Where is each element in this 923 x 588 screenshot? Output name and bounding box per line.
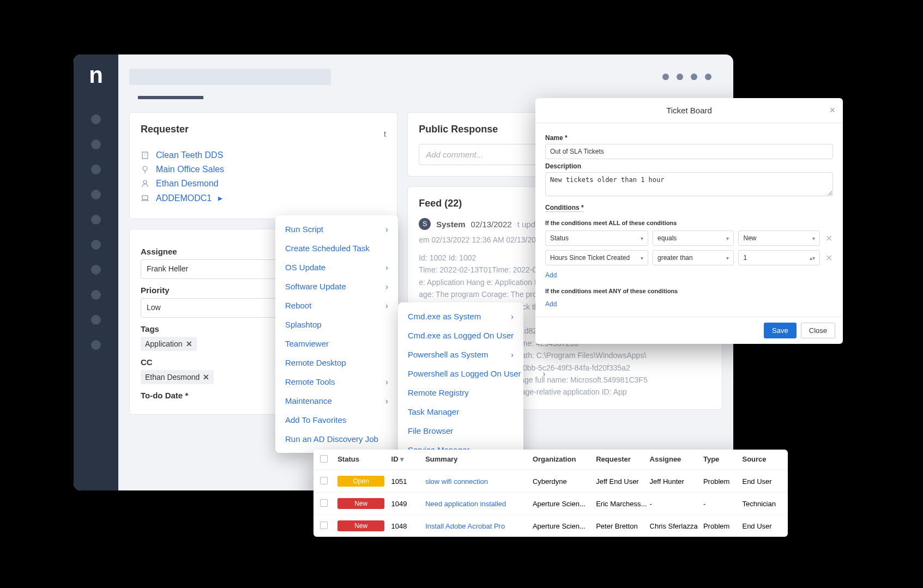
menu-item[interactable]: Teamviewer xyxy=(275,334,398,353)
col-id[interactable]: ID ▾ xyxy=(391,455,426,464)
ticket-table: Status ID ▾ Summary Organization Request… xyxy=(313,450,788,537)
menu-item-label: Remote Registry xyxy=(408,388,469,397)
condition-op-select[interactable]: equals▾ xyxy=(653,231,734,246)
svg-point-7 xyxy=(143,180,147,184)
requester-location[interactable]: Main Office Sales xyxy=(141,165,386,174)
table-row[interactable]: Open 1051 slow wifi connection Cyberdyne… xyxy=(313,470,788,493)
ticket-summary-link[interactable]: Install Adobe Acrobat Pro xyxy=(425,522,533,530)
menu-item-label: Powershell as Logged On User xyxy=(408,369,521,378)
remove-condition-icon[interactable]: ✕ xyxy=(824,253,833,263)
condition-op-select[interactable]: greater than▾ xyxy=(653,250,734,265)
search-placeholder[interactable] xyxy=(129,69,331,85)
submenu-item[interactable]: Cmd.exe as System› xyxy=(398,307,523,326)
col-summary[interactable]: Summary xyxy=(425,455,533,464)
table-row[interactable]: New 1049 Need application installed Aper… xyxy=(313,493,788,515)
col-status[interactable]: Status xyxy=(337,455,391,464)
nav-item[interactable] xyxy=(91,114,101,124)
ticket-requester: Peter Bretton xyxy=(596,522,649,530)
menu-item[interactable]: Maintenance› xyxy=(275,391,398,410)
remove-icon[interactable]: ✕ xyxy=(203,373,209,381)
nav-item[interactable] xyxy=(91,165,101,174)
menu-item[interactable]: Run an AD Discovery Job xyxy=(275,429,398,448)
device-context-menu: Run Script›Create Scheduled TaskOS Updat… xyxy=(275,215,398,453)
stepper-icon[interactable]: ▴▾ xyxy=(810,255,815,261)
tag-chip[interactable]: Application✕ xyxy=(141,337,197,351)
menu-item[interactable]: Splashtop xyxy=(275,315,398,334)
play-icon[interactable]: ▸ xyxy=(218,193,222,203)
menu-item[interactable]: Software Update› xyxy=(275,277,398,296)
remove-icon[interactable]: ✕ xyxy=(186,340,192,348)
building-icon xyxy=(141,151,149,160)
remove-condition-icon[interactable]: ✕ xyxy=(824,233,833,244)
col-source[interactable]: Source xyxy=(742,455,781,464)
menu-item-label: OS Update xyxy=(285,263,325,272)
menu-item[interactable]: Remote Tools› xyxy=(275,372,398,391)
topbar-action[interactable] xyxy=(662,74,669,80)
chevron-right-icon: › xyxy=(385,397,388,405)
nav-item[interactable] xyxy=(91,190,101,199)
description-input[interactable]: New tickets older than 1 hour xyxy=(545,172,833,196)
tag-text: Application xyxy=(145,340,183,348)
ticket-org: Cyberdyne xyxy=(533,477,596,486)
submenu-item[interactable]: Cmd.exe as Logged On User› xyxy=(398,326,523,345)
ticket-summary-link[interactable]: Need application installed xyxy=(425,500,533,508)
submenu-item[interactable]: File Browser xyxy=(398,421,523,440)
nav-item[interactable] xyxy=(91,140,101,149)
submenu-item[interactable]: Task Manager xyxy=(398,402,523,421)
menu-item-label: Task Manager xyxy=(408,407,459,416)
ticket-assignee: Chris Sferlazza xyxy=(650,522,703,530)
menu-item-label: Reboot xyxy=(285,301,311,310)
row-checkbox[interactable] xyxy=(320,477,328,484)
nav-item[interactable] xyxy=(91,340,101,350)
nav-item[interactable] xyxy=(91,240,101,250)
modal-footer: Save Close xyxy=(535,317,843,344)
row-checkbox[interactable] xyxy=(320,499,328,507)
menu-item[interactable]: Remote Desktop xyxy=(275,353,398,372)
nav-item[interactable] xyxy=(91,215,101,225)
topbar-action[interactable] xyxy=(705,74,711,80)
select-all-checkbox[interactable] xyxy=(320,455,328,463)
requester-device[interactable]: ADDEMODC1 ▸ xyxy=(141,193,386,203)
nav-item[interactable] xyxy=(91,315,101,325)
logo: n xyxy=(89,62,103,88)
feed-date: 02/13/2022 xyxy=(471,220,512,229)
submenu-item[interactable]: Remote Registry xyxy=(398,383,523,402)
menu-item[interactable]: Reboot› xyxy=(275,296,398,315)
topbar-action[interactable] xyxy=(677,74,683,80)
ticket-type: Problem xyxy=(703,522,743,530)
close-button[interactable]: Close xyxy=(801,323,835,338)
name-input[interactable] xyxy=(545,144,833,159)
requester-org[interactable]: Clean Teeth DDS xyxy=(141,150,386,160)
ticket-summary-link[interactable]: slow wifi connection xyxy=(425,477,533,486)
condition-row: Hours Since Ticket Created▾ greater than… xyxy=(545,250,833,265)
col-organization[interactable]: Organization xyxy=(533,455,596,464)
condition-field-select[interactable]: Status▾ xyxy=(545,231,648,246)
save-button[interactable]: Save xyxy=(764,323,797,338)
table-row[interactable]: New 1048 Install Adobe Acrobat Pro Apert… xyxy=(313,515,788,537)
submenu-item[interactable]: Powershell as Logged On User› xyxy=(398,364,523,383)
submenu-item[interactable]: Powershell as System› xyxy=(398,345,523,364)
requester-org-label: Clean Teeth DDS xyxy=(156,150,223,160)
description-label: Description xyxy=(545,162,833,170)
menu-item[interactable]: Add To Favorites xyxy=(275,410,398,429)
close-icon[interactable]: × xyxy=(829,105,835,116)
col-type[interactable]: Type xyxy=(703,455,743,464)
col-requester[interactable]: Requester xyxy=(596,455,649,464)
condition-val-input[interactable]: 1▴▾ xyxy=(738,250,820,265)
menu-item[interactable]: Run Script› xyxy=(275,220,398,239)
menu-item[interactable]: Create Scheduled Task xyxy=(275,239,398,258)
condition-field-select[interactable]: Hours Since Ticket Created▾ xyxy=(545,250,648,265)
topbar-action[interactable] xyxy=(691,74,697,80)
col-assignee[interactable]: Assignee xyxy=(650,455,703,464)
nav-item[interactable] xyxy=(91,265,101,275)
cc-chip[interactable]: Ethan Desmond✕ xyxy=(141,370,214,384)
nav-item[interactable] xyxy=(91,290,101,300)
condition-val-select[interactable]: New▾ xyxy=(738,231,820,246)
menu-item[interactable]: OS Update› xyxy=(275,258,398,277)
add-condition-link[interactable]: Add xyxy=(545,271,557,279)
ticket-assignee: Jeff Hunter xyxy=(650,477,703,486)
add-condition-any-link[interactable]: Add xyxy=(545,300,557,308)
requester-user[interactable]: Ethan Desmond xyxy=(141,179,386,189)
row-checkbox[interactable] xyxy=(320,522,328,529)
svg-rect-8 xyxy=(142,196,148,199)
